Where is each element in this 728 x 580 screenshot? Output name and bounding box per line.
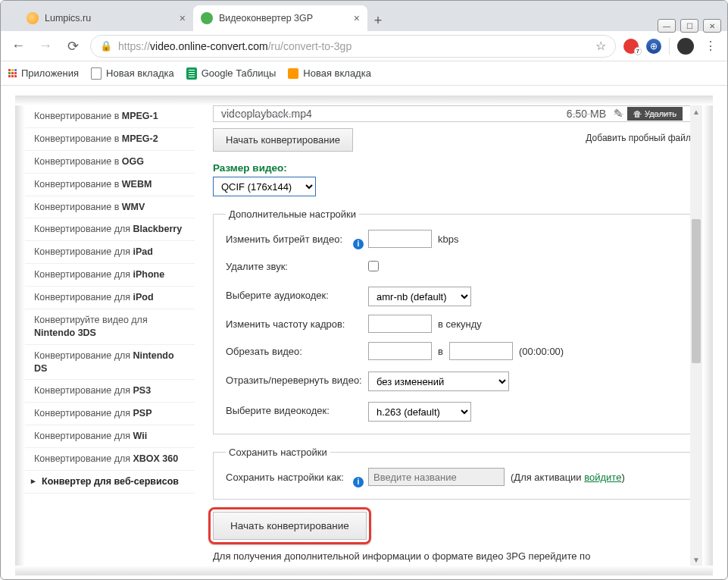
sidebar-item[interactable]: Конвертирование в MPEG-1 xyxy=(25,105,195,128)
fps-label: Изменить частоту кадров: xyxy=(226,318,368,330)
sidebar-item[interactable]: Конвертирование для iPad xyxy=(25,241,195,264)
file-name: videoplayback.mp4 xyxy=(221,108,567,120)
bitrate-unit: kbps xyxy=(438,234,458,245)
save-legend: Сохранить настройки xyxy=(226,447,330,458)
file-size: 6.50 MB xyxy=(567,108,606,120)
browser-tab-lumpics[interactable]: Lumpics.ru × xyxy=(19,5,193,31)
sidebar-item[interactable]: Конвертирование для iPod xyxy=(25,287,195,309)
sheets-icon xyxy=(186,67,197,80)
bookmark-item[interactable]: Новая вкладка xyxy=(288,67,371,79)
tab-strip: Lumpics.ru × Видеоконвертер 3GP × + xyxy=(1,1,727,31)
page-content: Конвертирование в MPEG-1Конвертирование … xyxy=(25,105,703,566)
audio-codec-label: Выберите аудиокодек: xyxy=(226,290,368,301)
page-icon xyxy=(288,68,298,79)
delete-file-button[interactable]: 🗑 Удалить xyxy=(627,107,683,121)
save-name-input[interactable] xyxy=(368,468,505,486)
bookmark-star-icon[interactable]: ☆ xyxy=(595,39,606,53)
video-codec-label: Выберите видеокодек: xyxy=(226,405,368,416)
advanced-settings-fieldset: Дополнительные настройки Изменить битрей… xyxy=(213,208,691,434)
remove-audio-label: Удалите звук: xyxy=(226,261,368,272)
video-size-select[interactable]: QCIF (176x144) xyxy=(213,177,316,196)
forward-button: → xyxy=(36,36,55,56)
login-link[interactable]: войдите xyxy=(584,472,621,483)
remove-audio-checkbox[interactable] xyxy=(368,261,379,271)
video-size-label: Размер видео: xyxy=(213,162,691,174)
audio-codec-select[interactable]: amr-nb (default) xyxy=(368,287,471,306)
window-maximize-button[interactable]: ☐ xyxy=(680,19,698,33)
add-trial-file-link[interactable]: Добавить пробный файл xyxy=(586,133,691,143)
save-as-label: Сохранить настройки как:i xyxy=(226,472,368,483)
url-text: https://video.online-convert.com/ru/conv… xyxy=(118,40,589,52)
profile-avatar[interactable] xyxy=(677,38,694,55)
bookmark-item[interactable]: Google Таблицы xyxy=(186,67,277,80)
info-icon[interactable]: i xyxy=(353,477,364,488)
sidebar-item[interactable]: Конвертирование в OGG xyxy=(25,151,195,174)
fps-input[interactable] xyxy=(368,315,432,333)
save-hint: (Для активации войдите) xyxy=(511,472,625,483)
browser-toolbar: ← → ⟳ 🔒 https://video.online-convert.com… xyxy=(1,31,727,61)
flip-label: Отразить/перевернуть видео: xyxy=(226,375,368,386)
back-button[interactable]: ← xyxy=(8,36,28,56)
bookmark-label: Google Таблицы xyxy=(202,67,277,79)
scroll-up-icon[interactable]: ▲ xyxy=(690,105,702,118)
sidebar: Конвертирование в MPEG-1Конвертирование … xyxy=(25,105,195,566)
footnote-text: Для получения дополнительной информации … xyxy=(213,550,691,562)
bookmark-label: Новая вкладка xyxy=(303,67,371,79)
fps-unit: в секунду xyxy=(438,318,482,330)
trim-from-input[interactable] xyxy=(368,342,432,360)
start-convert-button-main[interactable]: Начать конвертирование xyxy=(213,512,367,540)
reload-button[interactable]: ⟳ xyxy=(63,36,83,56)
sidebar-item[interactable]: Конвертирование для Blackberry xyxy=(25,218,195,241)
start-convert-button-top[interactable]: Начать конвертирование xyxy=(213,128,353,152)
close-icon[interactable]: × xyxy=(180,12,186,24)
flip-select[interactable]: без изменений xyxy=(368,372,509,391)
tab-title: Lumpics.ru xyxy=(45,13,91,24)
browser-tab-converter[interactable]: Видеоконвертер 3GP × xyxy=(193,5,367,31)
sidebar-item[interactable]: Конвертирование в WEBM xyxy=(25,174,195,196)
scroll-thumb[interactable] xyxy=(692,219,701,363)
apps-label: Приложения xyxy=(21,67,79,79)
apps-grid-icon xyxy=(8,69,17,77)
scroll-down-icon[interactable]: ▼ xyxy=(690,553,702,566)
info-icon[interactable]: i xyxy=(353,239,364,249)
window-close-button[interactable]: ✕ xyxy=(703,19,721,33)
divider xyxy=(669,38,670,55)
bookmark-item[interactable]: Новая вкладка xyxy=(91,67,174,80)
sidebar-item[interactable]: Конвертирование в WMV xyxy=(25,196,195,219)
video-codec-select[interactable]: h.263 (default) xyxy=(368,402,471,422)
extension-globe-icon[interactable]: ⊕ xyxy=(646,39,661,54)
lock-icon: 🔒 xyxy=(100,40,112,52)
extension-adblock-icon[interactable] xyxy=(623,39,639,54)
sidebar-item[interactable]: Конвертируйте видео для Nintendo 3DS xyxy=(25,309,195,345)
favicon-icon xyxy=(201,12,213,24)
sidebar-item[interactable]: Конвертирование для Nintendo DS xyxy=(25,345,195,381)
sidebar-item[interactable]: Конвертирование для PSP xyxy=(25,403,195,425)
scrollbar[interactable]: ▲ ▼ xyxy=(690,105,702,566)
trim-label: Обрезать видео: xyxy=(226,346,368,357)
tab-title: Видеоконвертер 3GP xyxy=(219,13,313,24)
new-tab-button[interactable]: + xyxy=(367,10,389,31)
advanced-legend: Дополнительные настройки xyxy=(226,208,359,220)
close-icon[interactable]: × xyxy=(354,12,360,24)
file-row: videoplayback.mp4 6.50 MB ✎ 🗑 Удалить xyxy=(213,105,691,122)
edit-icon[interactable]: ✎ xyxy=(614,107,627,121)
favicon-icon xyxy=(27,12,39,24)
save-settings-fieldset: Сохранить настройки Сохранить настройки … xyxy=(213,447,691,500)
browser-menu-button[interactable]: ⋮ xyxy=(701,39,720,53)
bitrate-label: Изменить битрейт видео:i xyxy=(226,234,368,245)
sidebar-item[interactable]: Конвертирование для XBOX 360 xyxy=(25,448,195,471)
address-bar[interactable]: 🔒 https://video.online-convert.com/ru/co… xyxy=(90,35,616,58)
sidebar-item[interactable]: Конвертирование для iPhone xyxy=(25,264,195,287)
trim-hint: (00:00:00) xyxy=(519,346,564,357)
sidebar-category[interactable]: Конвертер для веб-сервисов xyxy=(25,471,195,494)
sidebar-item[interactable]: Конвертирование для PS3 xyxy=(25,380,195,403)
bitrate-input[interactable] xyxy=(368,230,432,248)
main-panel: videoplayback.mp4 6.50 MB ✎ 🗑 Удалить На… xyxy=(195,105,703,566)
window-minimize-button[interactable]: — xyxy=(658,19,676,33)
trim-to-input[interactable] xyxy=(449,342,513,360)
bookmark-label: Новая вкладка xyxy=(106,67,174,79)
sidebar-item[interactable]: Конвертирование для Wii xyxy=(25,425,195,448)
trim-separator: в xyxy=(438,346,443,357)
sidebar-item[interactable]: Конвертирование в MPEG-2 xyxy=(25,128,195,151)
apps-button[interactable]: Приложения xyxy=(8,67,79,79)
